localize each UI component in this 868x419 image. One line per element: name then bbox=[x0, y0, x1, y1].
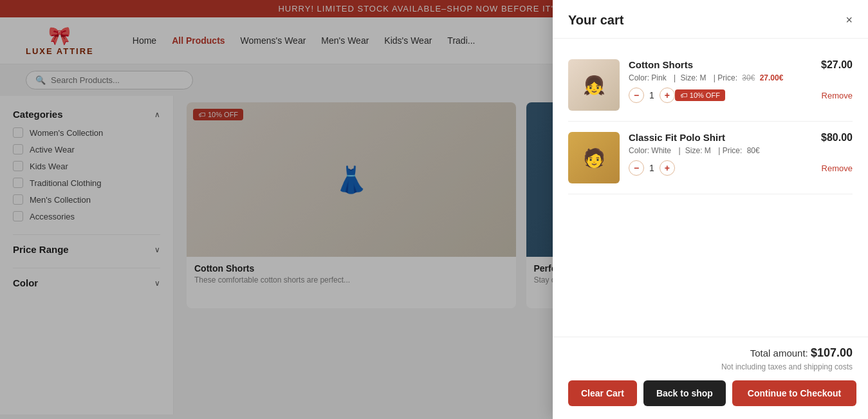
total-label: Total amount: bbox=[750, 348, 808, 358]
separator-0: | bbox=[674, 73, 678, 82]
remove-button-0[interactable]: Remove bbox=[822, 91, 853, 100]
cart-title: Your cart bbox=[568, 13, 623, 28]
color-label-0: Color: Pink bbox=[629, 73, 669, 82]
cart-item-top-0: Cotton Shorts $27.00 bbox=[629, 59, 853, 71]
cotton-shorts-img: 👧 bbox=[568, 59, 620, 111]
cart-tax-note: Not including taxes and shipping costs bbox=[568, 362, 853, 371]
discount-text-0: 10% OFF bbox=[690, 91, 720, 99]
qty-decrease-0[interactable]: − bbox=[629, 88, 644, 103]
qty-decrease-1[interactable]: − bbox=[629, 160, 644, 176]
separator-price-1: | Price: bbox=[718, 146, 744, 155]
cart-panel: Your cart × 👧 Cotton Shorts $27.00 Color… bbox=[553, 0, 868, 419]
cart-item-bottom-1: − 1 + Remove bbox=[629, 160, 853, 176]
qty-controls-0: − 1 + bbox=[629, 88, 675, 103]
cart-item-details-0: Cotton Shorts $27.00 Color: Pink | Size:… bbox=[629, 59, 853, 111]
size-label-1: Size: M bbox=[685, 146, 714, 155]
cart-close-button[interactable]: × bbox=[845, 14, 853, 27]
separator-1: | bbox=[678, 146, 682, 155]
remove-button-1[interactable]: Remove bbox=[822, 163, 853, 173]
cart-item-image-0: 👧 bbox=[568, 59, 620, 111]
qty-increase-1[interactable]: + bbox=[660, 160, 675, 176]
color-label-1: Color: White bbox=[629, 146, 674, 155]
cart-buttons: Clear Cart Back to shop Continue to Chec… bbox=[568, 380, 853, 406]
cart-item-image-1: 🧑 bbox=[568, 132, 620, 183]
back-to-shop-button[interactable]: Back to shop bbox=[643, 380, 726, 406]
qty-increase-0[interactable]: + bbox=[660, 88, 675, 103]
price-old-0: 30€ bbox=[742, 73, 755, 82]
cart-total: Total amount: $107.00 bbox=[568, 346, 853, 360]
cart-item-bottom-0: − 1 + 🏷 10% OFF Remove bbox=[629, 88, 853, 103]
size-label-0: Size: M bbox=[680, 73, 708, 82]
cart-item-name-0: Cotton Shorts bbox=[629, 59, 693, 70]
cart-items-list: 👧 Cotton Shorts $27.00 Color: Pink | Siz… bbox=[553, 39, 868, 337]
cart-item-1: 🧑 Classic Fit Polo Shirt $80.00 Color: W… bbox=[568, 122, 853, 194]
cart-footer: Total amount: $107.00 Not including taxe… bbox=[553, 337, 868, 419]
cart-item-name-1: Classic Fit Polo Shirt bbox=[629, 132, 725, 143]
checkout-button[interactable]: Continue to Checkout bbox=[732, 380, 856, 406]
cart-item-price-0: $27.00 bbox=[821, 59, 853, 71]
separator-price-0: | Price: bbox=[714, 73, 739, 82]
cart-item-0: 👧 Cotton Shorts $27.00 Color: Pink | Siz… bbox=[568, 49, 853, 122]
cart-item-meta-0: Color: Pink | Size: M | Price: 30€ 27.00… bbox=[629, 73, 853, 82]
discount-badge-0: 🏷 10% OFF bbox=[675, 89, 725, 101]
price-display-1: 80€ bbox=[747, 146, 760, 155]
cart-item-price-1: $80.00 bbox=[821, 132, 853, 144]
cart-item-details-1: Classic Fit Polo Shirt $80.00 Color: Whi… bbox=[629, 132, 853, 183]
cart-item-meta-1: Color: White | Size: M | Price: 80€ bbox=[629, 146, 853, 155]
qty-value-0: 1 bbox=[649, 90, 654, 100]
qty-value-1: 1 bbox=[649, 163, 654, 173]
cart-item-top-1: Classic Fit Polo Shirt $80.00 bbox=[629, 132, 853, 144]
discount-tag-icon-0: 🏷 bbox=[680, 91, 687, 99]
clear-cart-button[interactable]: Clear Cart bbox=[568, 380, 637, 406]
qty-controls-1: − 1 + bbox=[629, 160, 675, 176]
cart-header: Your cart × bbox=[553, 0, 868, 39]
polo-shirt-img: 🧑 bbox=[568, 132, 620, 183]
price-new-0: 27.00€ bbox=[760, 73, 786, 82]
total-amount: $107.00 bbox=[811, 346, 853, 359]
